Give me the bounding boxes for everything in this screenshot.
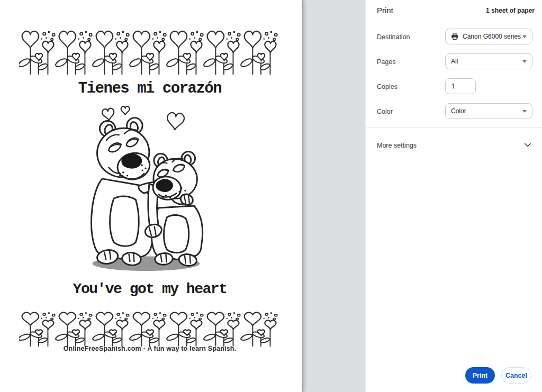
destination-value: Canon G6000 series bbox=[463, 33, 521, 40]
print-preview-sheet: Tienes mi corazón bbox=[0, 0, 303, 392]
caret-down-icon bbox=[522, 35, 527, 38]
pages-dropdown[interactable]: All bbox=[445, 53, 532, 69]
destination-dropdown[interactable]: Canon G6000 series bbox=[445, 29, 532, 44]
settings-divider bbox=[366, 127, 542, 128]
destination-label: Destination bbox=[377, 33, 410, 41]
print-settings-panel: Print 1 sheet of paper Destination Canon… bbox=[365, 0, 542, 392]
card-title-english: You've got my heart bbox=[0, 281, 300, 297]
copies-label: Copies bbox=[377, 83, 398, 90]
pages-value: All bbox=[451, 58, 458, 65]
color-dropdown[interactable]: Color bbox=[445, 103, 532, 119]
hearts-flower-border-bottom bbox=[19, 312, 278, 347]
chevron-down-icon bbox=[525, 143, 531, 147]
printer-icon bbox=[451, 33, 458, 40]
pages-label: Pages bbox=[377, 58, 395, 66]
hearts-flower-border-top bbox=[19, 30, 278, 75]
color-value: Color bbox=[451, 107, 466, 115]
card-title-spanish: Tienes mi corazón bbox=[0, 80, 300, 97]
more-settings-toggle[interactable]: More settings bbox=[366, 138, 542, 153]
sheet-count-label: 1 sheet of paper bbox=[486, 7, 535, 14]
bears-hugging-illustration bbox=[79, 106, 215, 275]
more-settings-label: More settings bbox=[377, 142, 417, 149]
print-button[interactable]: Print bbox=[465, 367, 495, 384]
dialog-title: Print bbox=[377, 6, 393, 15]
caret-down-icon bbox=[522, 110, 527, 113]
copies-input[interactable] bbox=[445, 78, 476, 94]
print-preview-window: Tienes mi corazón bbox=[0, 0, 542, 392]
card-footer-text: OnlineFreeSpanish.com - A fun way to lea… bbox=[0, 345, 300, 352]
caret-down-icon bbox=[522, 60, 527, 63]
cancel-button[interactable]: Cancel bbox=[501, 367, 531, 384]
color-label: Color bbox=[377, 108, 393, 115]
